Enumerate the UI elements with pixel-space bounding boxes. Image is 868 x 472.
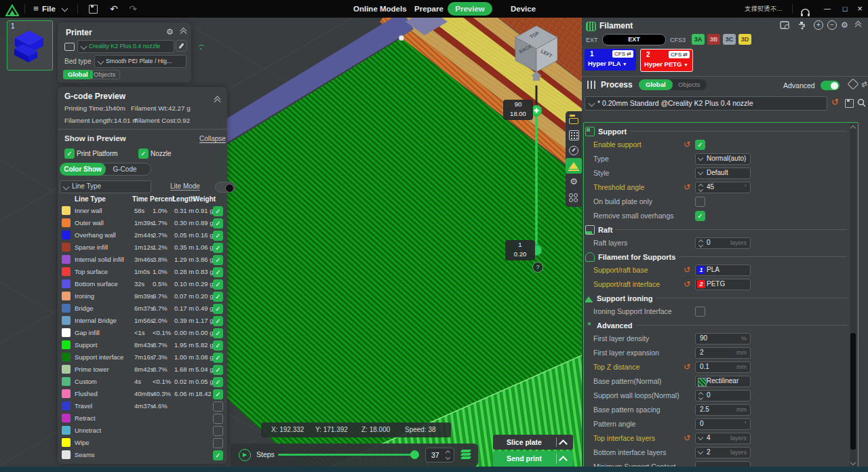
collapse-link[interactable]: Collapse bbox=[199, 135, 226, 143]
filament-2-cfs-badge[interactable]: CFS ⇄ bbox=[669, 51, 690, 58]
preset-search-icon[interactable] bbox=[857, 98, 866, 107]
scroll-down-icon[interactable] bbox=[850, 460, 856, 465]
base-pattern-spacing-input[interactable]: 2.5mm bbox=[695, 404, 751, 416]
support-wall-loops-input[interactable]: 0 bbox=[695, 390, 751, 401]
reset-icon[interactable]: ↺ bbox=[684, 266, 690, 274]
line-type-visibility-checkbox[interactable]: ✓ bbox=[213, 414, 223, 424]
slice-options-icon[interactable] bbox=[559, 439, 568, 448]
line-type-visibility-checkbox[interactable]: ✓ bbox=[213, 340, 223, 351]
line-type-visibility-checkbox[interactable]: ✓ bbox=[213, 328, 223, 338]
tab-prepare[interactable]: Prepare bbox=[414, 0, 443, 18]
multi-color-button[interactable] bbox=[566, 189, 582, 205]
line-type-visibility-checkbox[interactable]: ✓ bbox=[213, 218, 223, 229]
enable-support-checkbox[interactable]: ✓ bbox=[695, 140, 705, 150]
close-button[interactable]: × bbox=[854, 0, 865, 18]
quality-button[interactable] bbox=[566, 111, 582, 127]
sync-icon[interactable]: ⇄ bbox=[860, 79, 868, 90]
settings-scrollbar[interactable] bbox=[850, 124, 856, 467]
line-type-visibility-checkbox[interactable]: ✓ bbox=[213, 426, 223, 436]
tab-preview[interactable]: Preview bbox=[448, 2, 492, 16]
line-type-visibility-checkbox[interactable]: ✓ bbox=[213, 450, 223, 460]
pattern-angle-input[interactable]: 0° bbox=[695, 418, 751, 430]
on-build-plate-only-checkbox[interactable]: ✓ bbox=[695, 197, 705, 207]
support-raft-base-select[interactable]: 1 PLA bbox=[695, 264, 751, 276]
process-tab-global[interactable]: Global bbox=[639, 79, 673, 90]
color-show-button[interactable]: Color Show bbox=[60, 163, 106, 176]
remove-filament-icon[interactable]: − bbox=[827, 20, 837, 30]
raft-layers-input[interactable]: 0layers bbox=[695, 237, 751, 249]
speed-button[interactable] bbox=[566, 142, 582, 158]
reset-icon[interactable]: ↺ bbox=[684, 363, 690, 371]
preset-select[interactable]: * 0.20mm Standard @Creality K2 Plus 0.4 … bbox=[585, 96, 827, 111]
plate-settings-button[interactable]: ⚙ bbox=[566, 174, 582, 189]
file-menu-chevron-icon[interactable] bbox=[62, 1, 67, 19]
line-type-visibility-checkbox[interactable]: ✓ bbox=[213, 401, 223, 412]
hamburger-icon[interactable]: ≡ bbox=[31, 0, 41, 18]
steps-value-input[interactable]: 37 bbox=[425, 448, 454, 463]
support-raft-interface-select[interactable]: 2 PETG bbox=[695, 279, 751, 290]
printer-edit-button[interactable] bbox=[176, 40, 187, 52]
parameter-table-icon[interactable] bbox=[848, 79, 859, 90]
plate-thumbnail[interactable]: 1 bbox=[7, 20, 53, 71]
printer-tab-objects[interactable]: Objects bbox=[89, 70, 120, 79]
print-platform-checkbox[interactable]: ✓ bbox=[64, 149, 75, 159]
customer-service-icon[interactable] bbox=[800, 4, 810, 22]
reset-icon[interactable]: ↺ bbox=[684, 434, 690, 442]
line-type-visibility-checkbox[interactable]: ✓ bbox=[213, 206, 223, 216]
file-menu[interactable]: File bbox=[42, 0, 56, 18]
filament-2-name[interactable]: Hyper PETG ▼ bbox=[644, 60, 688, 68]
line-type-visibility-checkbox[interactable]: ✓ bbox=[213, 377, 223, 387]
type-select[interactable]: Normal(auto) bbox=[695, 153, 751, 165]
send-print-button[interactable]: Send print bbox=[493, 451, 573, 467]
line-type-visibility-checkbox[interactable]: ✓ bbox=[213, 438, 223, 448]
bottom-interface-layers-select[interactable]: 2layers bbox=[695, 447, 751, 458]
steps-spin-down-icon[interactable] bbox=[446, 455, 450, 460]
line-type-select[interactable]: Line Type bbox=[60, 180, 151, 193]
ams-icon[interactable] bbox=[780, 21, 790, 30]
advanced-toggle[interactable] bbox=[821, 81, 840, 90]
first-layer-expansion-input[interactable]: 2mm bbox=[695, 347, 751, 359]
first-layer-density-input[interactable]: 90% bbox=[695, 333, 751, 345]
top-z-distance-input[interactable]: 0.1mm bbox=[695, 361, 751, 373]
preset-reset-icon[interactable]: ↺ bbox=[831, 98, 839, 106]
flush-faucet-icon[interactable] bbox=[797, 21, 807, 30]
play-button[interactable]: ▶ bbox=[239, 449, 251, 461]
slot-3c-button[interactable]: 3C bbox=[723, 34, 736, 45]
send-options-icon[interactable] bbox=[559, 456, 568, 465]
maximize-button[interactable]: □ bbox=[840, 0, 850, 18]
line-type-visibility-checkbox[interactable]: ✓ bbox=[213, 255, 223, 265]
nozzle-checkbox[interactable]: ✓ bbox=[138, 149, 149, 159]
top-interface-layers-select[interactable]: 4layers bbox=[695, 433, 751, 444]
scrollbar-thumb[interactable] bbox=[850, 333, 856, 450]
line-type-visibility-checkbox[interactable]: ✓ bbox=[213, 267, 223, 277]
ext-button[interactable]: EXT bbox=[602, 34, 666, 45]
printer-panel-collapse-icon[interactable] bbox=[180, 28, 186, 35]
reset-icon[interactable]: ↺ bbox=[684, 183, 690, 191]
filament-collapse-icon[interactable] bbox=[854, 22, 861, 28]
support-button[interactable] bbox=[566, 158, 582, 174]
gcode-view-button[interactable]: G-Code bbox=[98, 163, 151, 176]
line-type-visibility-checkbox[interactable]: ✓ bbox=[213, 365, 223, 375]
slot-3a-button[interactable]: 3A bbox=[692, 34, 705, 45]
line-type-visibility-checkbox[interactable]: ✓ bbox=[213, 389, 223, 399]
filament-1-chip[interactable]: 1 CFS ⇄ Hyper PLA ▼ bbox=[585, 49, 636, 71]
printer-settings-gear-icon[interactable]: ⚙ bbox=[166, 27, 174, 37]
line-type-visibility-checkbox[interactable]: ✓ bbox=[213, 279, 223, 290]
filament-1-cfs-badge[interactable]: CFS ⇄ bbox=[612, 50, 633, 58]
strength-button[interactable] bbox=[566, 127, 582, 142]
bed-type-select[interactable]: Smooth PEI Plate / Hig... bbox=[94, 55, 186, 68]
remove-small-overhangs-checkbox[interactable]: ✓ bbox=[695, 211, 705, 221]
undo-button[interactable]: ↶ bbox=[108, 0, 119, 18]
printer-wifi-icon[interactable] bbox=[197, 45, 204, 50]
add-filament-icon[interactable]: + bbox=[814, 20, 823, 30]
filament-2-chip[interactable]: 2 CFS ⇄ Hyper PETG ▼ bbox=[640, 49, 693, 72]
line-type-visibility-checkbox[interactable]: ✓ bbox=[213, 231, 223, 241]
slot-3b-button[interactable]: 3B bbox=[707, 34, 720, 45]
steps-slider-handle[interactable] bbox=[410, 450, 419, 459]
line-type-visibility-checkbox[interactable]: ✓ bbox=[213, 316, 223, 326]
tab-online-models[interactable]: Online Models bbox=[353, 0, 407, 18]
slice-plate-button[interactable]: Slice plate bbox=[493, 435, 573, 450]
style-select[interactable]: Default bbox=[695, 168, 751, 179]
ironing-support-interface-checkbox[interactable]: ✓ bbox=[695, 307, 705, 317]
printer-select[interactable]: Creality K2 Plus 0.4 nozzle bbox=[77, 40, 174, 53]
